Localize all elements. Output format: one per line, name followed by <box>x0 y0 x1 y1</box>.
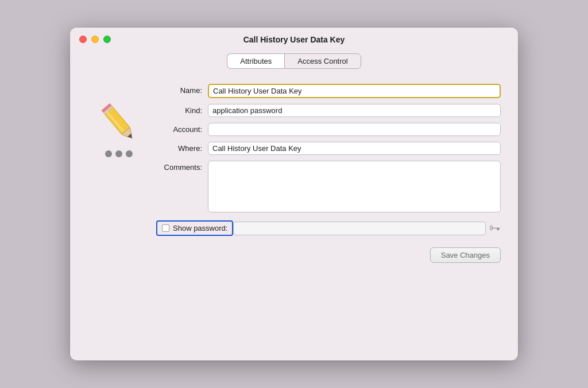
name-row: Name: <box>156 84 501 98</box>
keychain-icon-wrapper <box>96 101 142 157</box>
comments-label: Comments: <box>156 161 208 172</box>
dot-1 <box>105 150 112 157</box>
password-input-wrapper: 🗝 <box>233 222 501 235</box>
tab-access-control[interactable]: Access Control <box>284 53 361 69</box>
dot-2 <box>115 150 122 157</box>
key-icon[interactable]: 🗝 <box>489 222 501 235</box>
kind-row: Kind: <box>156 104 501 117</box>
show-password-label: Show password: <box>173 224 227 232</box>
kind-input[interactable] <box>208 104 501 117</box>
button-row: Save Changes <box>156 245 501 263</box>
minimize-button[interactable] <box>91 36 99 43</box>
content-area: Name: Kind: Account: Where: Comments: <box>70 78 518 360</box>
comments-input[interactable] <box>208 161 501 212</box>
account-row: Account: <box>156 123 501 136</box>
show-password-row: Show password: 🗝 <box>156 220 501 236</box>
title-bar: Call History User Data Key <box>70 28 518 48</box>
name-label: Name: <box>156 84 208 95</box>
dots-row <box>105 150 133 157</box>
pencil-icon <box>96 101 142 147</box>
traffic-lights <box>79 36 111 43</box>
tab-bar: Attributes Access Control <box>70 48 518 78</box>
tab-attributes[interactable]: Attributes <box>227 53 284 69</box>
save-changes-button[interactable]: Save Changes <box>430 247 501 263</box>
where-label: Where: <box>156 142 208 153</box>
account-label: Account: <box>156 123 208 134</box>
where-input[interactable] <box>208 142 501 155</box>
maximize-button[interactable] <box>103 36 111 43</box>
show-password-container: Show password: <box>156 220 233 236</box>
window-title: Call History User Data Key <box>243 35 345 44</box>
comments-row: Comments: <box>156 161 501 212</box>
icon-area <box>82 84 156 349</box>
account-input[interactable] <box>208 123 501 136</box>
show-password-checkbox[interactable] <box>162 224 169 232</box>
password-input[interactable] <box>233 222 486 235</box>
close-button[interactable] <box>79 36 87 43</box>
form-area: Name: Kind: Account: Where: Comments: <box>156 84 501 349</box>
main-window: Call History User Data Key Attributes Ac… <box>70 28 518 360</box>
name-input[interactable] <box>208 84 501 98</box>
where-row: Where: <box>156 142 501 155</box>
dot-3 <box>126 150 133 157</box>
kind-label: Kind: <box>156 104 208 115</box>
